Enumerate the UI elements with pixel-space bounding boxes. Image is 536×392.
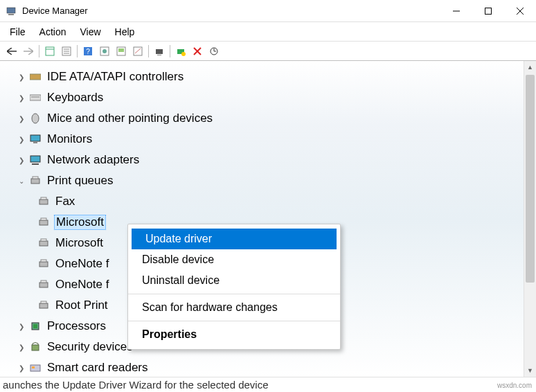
chevron-right-icon[interactable]: ❯: [17, 73, 26, 81]
menu-help[interactable]: Help: [108, 24, 142, 40]
chevron-right-icon[interactable]: ❯: [17, 94, 26, 102]
tree-item-label: Smart card readers: [46, 360, 150, 375]
context-update-driver[interactable]: Update driver: [132, 229, 337, 249]
help-button[interactable]: ?: [80, 44, 96, 59]
close-button[interactable]: [504, 0, 536, 22]
minimize-button[interactable]: [440, 0, 472, 22]
scan-hardware-button[interactable]: [173, 44, 188, 59]
svg-rect-48: [33, 324, 37, 328]
toolbar-icon-1[interactable]: [97, 44, 112, 59]
tree-item-label: Root Print: [54, 298, 109, 313]
scrollbar-thumb[interactable]: [526, 75, 535, 283]
tree-item-label: Monitors: [46, 132, 93, 147]
printer-icon: [37, 216, 50, 229]
toolbar-icon-3[interactable]: [130, 44, 145, 59]
svg-point-15: [102, 49, 107, 53]
tree-item-fax[interactable]: Fax: [3, 191, 533, 212]
chevron-right-icon[interactable]: ❯: [17, 115, 26, 123]
svg-rect-51: [32, 366, 35, 368]
svg-rect-44: [41, 280, 46, 283]
printer-icon: [37, 258, 50, 270]
svg-rect-46: [41, 301, 46, 303]
nav-forward-button[interactable]: [21, 44, 36, 59]
svg-rect-33: [31, 179, 39, 184]
security-device-icon: [29, 341, 42, 353]
context-scan-hardware[interactable]: Scan for hardware changes: [128, 297, 340, 318]
svg-rect-3: [485, 8, 492, 14]
tree-item-network[interactable]: ❯ Network adapters: [3, 150, 533, 170]
vertical-scrollbar[interactable]: ▲ ▼: [524, 61, 536, 377]
menu-action[interactable]: Action: [33, 24, 73, 40]
show-hide-button[interactable]: [42, 44, 57, 59]
svg-rect-45: [39, 303, 48, 308]
svg-rect-32: [30, 156, 40, 162]
svg-rect-26: [30, 74, 41, 80]
tree-item-label: Processors: [46, 319, 107, 334]
svg-rect-49: [32, 345, 39, 350]
svg-rect-38: [41, 218, 46, 220]
menubar: File Action View Help: [0, 22, 536, 42]
tree-item-keyboards[interactable]: ❯ Keyboards: [3, 87, 533, 108]
tree-item-label: Network adapters: [46, 152, 141, 168]
context-menu: Update driver Disable device Uninstall d…: [127, 224, 341, 350]
keyboard-icon: [29, 91, 42, 104]
tree-item-label: IDE ATA/ATAPI controllers: [46, 69, 185, 84]
window-title: Device Manager: [22, 6, 440, 16]
svg-rect-6: [46, 47, 54, 55]
tree-item-mice[interactable]: ❯ Mice and other pointing devices: [3, 108, 533, 129]
smart-card-icon: [29, 362, 42, 374]
maximize-button[interactable]: [472, 0, 504, 22]
watermark: wsxdn.com: [497, 382, 532, 389]
context-uninstall-device[interactable]: Uninstall device: [128, 270, 340, 291]
context-properties[interactable]: Properties: [128, 324, 340, 345]
chevron-down-icon[interactable]: ⌄: [17, 177, 26, 185]
svg-text:?: ?: [86, 48, 90, 55]
monitor-icon: [29, 133, 42, 145]
printer-icon: [37, 299, 50, 312]
context-separator: [128, 321, 340, 321]
tree-item-print-queues[interactable]: ⌄ Print queues: [3, 170, 533, 191]
tree-item-label: OneNote f: [54, 277, 111, 292]
toolbar: ?: [0, 42, 536, 61]
tree-item-label: OneNote f: [54, 256, 111, 271]
context-separator: [128, 294, 340, 294]
scroll-down-button[interactable]: ▼: [524, 364, 536, 377]
titlebar: Device Manager: [0, 0, 536, 22]
svg-rect-19: [156, 49, 163, 54]
properties-button[interactable]: [59, 44, 74, 59]
svg-rect-17: [118, 48, 124, 52]
tree-item-monitors[interactable]: ❯ Monitors: [3, 129, 533, 150]
printer-icon: [29, 175, 42, 187]
tree-item-label: Fax: [54, 194, 76, 209]
chevron-right-icon[interactable]: ❯: [17, 344, 26, 351]
tree-item-label: Microsoft: [54, 215, 106, 230]
mouse-icon: [29, 112, 42, 125]
svg-rect-36: [41, 197, 46, 199]
svg-rect-1: [8, 14, 14, 15]
printer-icon: [37, 237, 50, 249]
chevron-right-icon[interactable]: ❯: [17, 364, 26, 372]
chevron-right-icon[interactable]: ❯: [17, 136, 26, 143]
tree-item-label: Microsoft: [54, 235, 105, 251]
tree-item-label: Security devices: [46, 339, 134, 355]
svg-point-22: [181, 52, 186, 56]
enable-button[interactable]: [206, 44, 222, 59]
nav-back-button[interactable]: [4, 44, 19, 59]
statusbar-text: aunches the Update Driver Wizard for the…: [3, 379, 269, 391]
svg-rect-30: [30, 135, 40, 141]
tree-item-ide[interactable]: ❯ IDE ATA/ATAPI controllers: [3, 66, 533, 87]
statusbar: aunches the Update Driver Wizard for the…: [0, 377, 536, 392]
context-disable-device[interactable]: Disable device: [128, 249, 340, 270]
update-driver-button[interactable]: [152, 44, 167, 59]
tree-item-smart-card[interactable]: ❯ Smart card readers: [3, 357, 533, 377]
chevron-right-icon[interactable]: ❯: [17, 157, 26, 164]
chevron-right-icon[interactable]: ❯: [17, 323, 26, 330]
menu-file[interactable]: File: [3, 24, 33, 40]
svg-rect-42: [41, 260, 46, 262]
scroll-up-button[interactable]: ▲: [524, 61, 536, 73]
uninstall-button[interactable]: [190, 44, 205, 59]
svg-point-29: [32, 114, 39, 123]
printer-icon: [37, 278, 50, 291]
menu-view[interactable]: View: [73, 24, 107, 40]
toolbar-icon-2[interactable]: [114, 44, 129, 59]
